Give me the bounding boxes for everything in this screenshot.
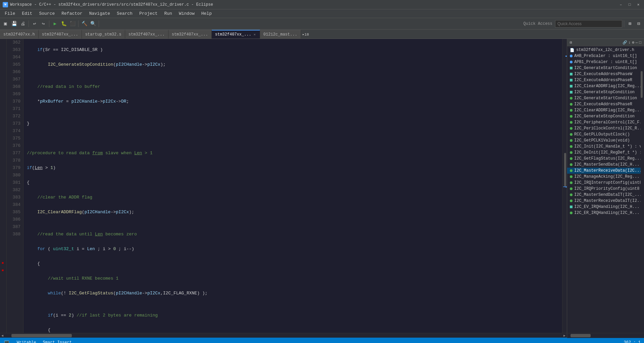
view-button[interactable]: ⊟ (635, 20, 643, 28)
outline-link-editor[interactable]: 🔗 (623, 40, 627, 45)
outline-item-init[interactable]: I2C_Init(I2C_Handle_t *) : voi... (567, 144, 644, 150)
code-scrollbar[interactable] (562, 39, 567, 333)
outline-item-genstartcond-s[interactable]: I2C_GenerateStartCondition (567, 65, 644, 71)
menu-help[interactable]: Help (198, 10, 215, 17)
menu-refactor[interactable]: Refactor (58, 10, 86, 17)
h-scroll-thumb[interactable] (11, 334, 72, 337)
outline-item-execaddr-r[interactable]: I2C_ExecuteAddressPhaseR (567, 77, 644, 83)
outline-item-execaddr-r2[interactable]: I2C_ExecuteAddressPhaseR (567, 101, 644, 107)
outline-minimize[interactable]: — (636, 41, 638, 45)
tab-2[interactable]: startup_stm32.s (82, 30, 125, 39)
outline-label-ear2: I2C_ExecuteAddressPhaseR (574, 102, 632, 107)
outline-item-apb1[interactable]: APB1_PreScaler : uint8_t[] (567, 59, 644, 65)
outline-item-er-irq[interactable]: I2C_ER_IRQHandling(I2C_H... (567, 210, 644, 216)
outline-item-masterrecvit[interactable]: I2C_MasterReceiveDataIT(I2... (567, 198, 644, 204)
outline-scroll-thumb[interactable] (641, 71, 643, 98)
outline-item-getpclk1[interactable]: I2C_GetPCLK1Value(void) (567, 137, 644, 144)
quick-access-input[interactable] (555, 20, 622, 27)
outline-item-deinit[interactable]: I2C_DeInit(I2C_RegDef_t *) : ... (567, 150, 644, 156)
new-button[interactable]: ▣ (1, 20, 9, 28)
redo-button[interactable]: ↪ (39, 20, 47, 28)
outline-item-clearaddr-s[interactable]: I2C_ClearADDRFlag(I2C_Reg... (567, 83, 644, 89)
minimize-button[interactable]: – (618, 2, 624, 7)
outline-label-msit: I2C_MasterSendDataIT(I2C_... (574, 192, 642, 197)
outline-item-genstop-s[interactable]: I2C_GenerateStopCondition (567, 89, 644, 95)
tab-label-1: stm32f407xx_... (42, 32, 78, 37)
editor-area: ■ ■ 362 363 364 365 366 367 368 369 370 … (0, 39, 567, 333)
outline-item-periclk[interactable]: I2C_PeriClockControl(I2C_R... (567, 125, 644, 131)
outline-maximize[interactable]: □ (639, 41, 641, 45)
print-button[interactable]: 🖨 (19, 20, 27, 28)
menu-project[interactable]: Project (136, 10, 161, 17)
scroll-marker-1 (565, 56, 567, 57)
menu-edit[interactable]: Edit (18, 10, 36, 17)
tab-4[interactable]: stm32f407xx_... (168, 30, 212, 39)
outline-label-ma: I2C_ManageAcking(I2C_Reg... (574, 174, 639, 179)
outline-item-perictl[interactable]: I2C_PeripheralControl(I2C_F... (567, 119, 644, 125)
outline-item-irqint[interactable]: I2C_IRQInterruptConfig(uint8 (567, 180, 644, 186)
outline-label-mr: I2C_MasterReceiveData(I2C... (574, 168, 642, 173)
toolbar-separator-5 (624, 20, 624, 27)
outline-item-mastersendit[interactable]: I2C_MasterSendDataIT(I2C_... (567, 192, 644, 198)
outline-dot-mrit (570, 199, 573, 202)
bottom-scrollbar-area: ◀ ▶ (0, 333, 644, 338)
menu-navigate[interactable]: Navigate (86, 10, 113, 17)
tab-6[interactable]: 012i2c_mast... (260, 30, 301, 39)
outline-item-masterrecv[interactable]: I2C_MasterReceiveData(I2C... (567, 168, 644, 174)
outline-item-manageack[interactable]: I2C_ManageAcking(I2C_Reg... (567, 174, 644, 180)
h-scroll-track[interactable] (5, 333, 562, 338)
tab-5-active[interactable]: stm32f407xx_... ✕ (212, 30, 260, 39)
menu-source[interactable]: Source (36, 10, 58, 17)
h-scroll-left[interactable]: ◀ (0, 333, 5, 338)
tab-overflow[interactable]: ▸18 (301, 30, 310, 39)
outline-dot-pll (570, 133, 573, 136)
outline-item-ahb[interactable]: AHB_PreScaler : uint16_t[] (567, 53, 644, 59)
outline-file-label: stm32f407xx_i2c_driver.h (576, 48, 634, 52)
outline-collapse-all[interactable]: ⊟ (570, 40, 572, 45)
stop-button[interactable]: ⬛ (68, 20, 77, 28)
tab-3[interactable]: stm32f407xx_... (125, 30, 168, 39)
scroll-thumb[interactable] (564, 153, 566, 186)
h-scroll-right[interactable]: ▶ (562, 333, 567, 338)
perspective-button[interactable]: ⊞ (626, 20, 634, 28)
outline-item-file[interactable]: 📄 stm32f407xx_i2c_driver.h (567, 47, 644, 53)
outline-h-thumb[interactable] (571, 334, 591, 337)
outline-label-apb1: APB1_PreScaler : uint8_t[] (574, 60, 637, 64)
outline-item-getpll[interactable]: RCC_GetPLLOutputClock() (567, 131, 644, 137)
undo-button[interactable]: ↩ (31, 20, 39, 28)
code-content[interactable]: if(Sr == I2C_DISABLE_SR ) I2C_GenerateSt… (23, 39, 562, 333)
tab-0[interactable]: stm32f407xx.h (0, 30, 39, 39)
code-line-375: I2C_ClearADDRFlag(pI2CHandle->pI2Cx); (27, 209, 559, 216)
outline-item-mastersend[interactable]: I2C_MasterSendData(I2C_H... (567, 162, 644, 168)
code-line-377: //read the data until Len becomes zero (27, 231, 559, 238)
outline-item-irqpri[interactable]: I2C_IRQPriorityConfig(uint8 (567, 186, 644, 192)
title-bar: W Workspace - C/C++ - stm32f4xx_drivers/… (0, 0, 644, 9)
run-button[interactable]: ▶ (51, 20, 59, 28)
build-button[interactable]: 🔨 (80, 20, 88, 28)
tab-1[interactable]: stm32f407xx_... (39, 30, 82, 39)
outline-scrollbar[interactable] (641, 54, 644, 255)
search-button[interactable]: 🔍 (89, 20, 97, 28)
outline-h-scroll[interactable] (567, 333, 644, 338)
save-button[interactable]: 💾 (10, 20, 18, 28)
outline-sort[interactable]: ↕ (629, 41, 631, 45)
outline-filter[interactable]: ⚙ (632, 40, 634, 45)
menu-file[interactable]: File (1, 10, 18, 17)
window-controls[interactable]: – □ ✕ (618, 2, 641, 7)
outline-item-genstop[interactable]: I2C_GenerateStopCondition (567, 113, 644, 119)
outline-item-clearaddr[interactable]: I2C_ClearADDRFlag(I2C_Reg... (567, 107, 644, 113)
outline-item-genstartcond[interactable]: I2C_GenerateStartCondition (567, 95, 644, 101)
outline-item-execaddr-w[interactable]: I2C_ExecuteAddressPhaseW (567, 71, 644, 77)
close-button[interactable]: ✕ (635, 2, 641, 7)
menu-run[interactable]: Run (161, 10, 176, 17)
outline-item-ev-irq[interactable]: I2C_EV_IRQHandling(I2C_H... (567, 204, 644, 210)
outline-label-gf: I2C_GetFlagStatus(I2C_Reg... (574, 156, 642, 161)
menu-window[interactable]: Window (176, 10, 198, 17)
menu-search[interactable]: Search (113, 10, 136, 17)
code-line-379: { (27, 260, 559, 268)
outline-item-getflag[interactable]: I2C_GetFlagStatus(I2C_Reg... (567, 156, 644, 162)
outline-header: ⊟ 🔗 ↕ ⚙ — □ (567, 39, 644, 46)
tab-close-5[interactable]: ✕ (253, 32, 256, 37)
maximize-button[interactable]: □ (627, 2, 633, 7)
debug-button[interactable]: 🐛 (60, 20, 68, 28)
